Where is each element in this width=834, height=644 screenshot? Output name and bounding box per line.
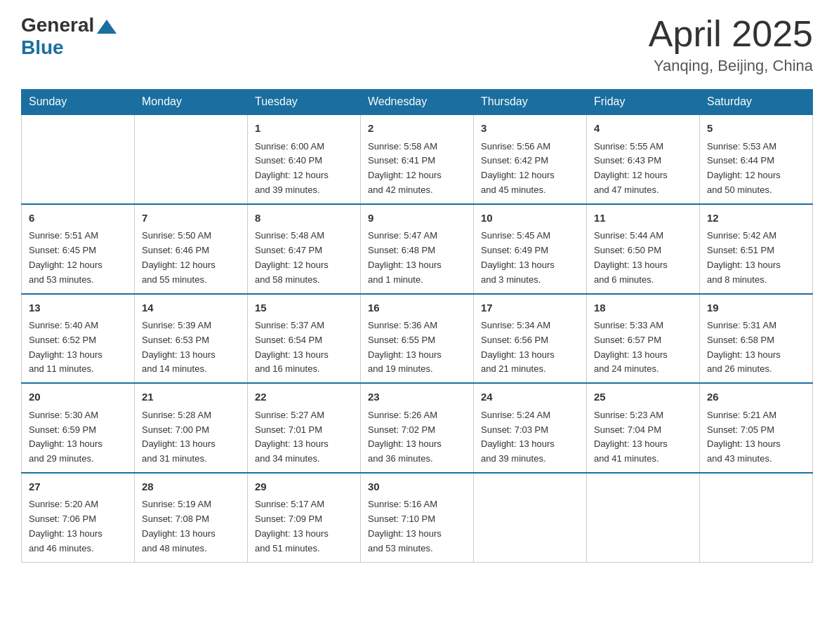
calendar-cell: 20Sunrise: 5:30 AMSunset: 6:59 PMDayligh…: [22, 383, 135, 473]
calendar-cell: [135, 114, 248, 204]
day-info: Sunrise: 6:00 AMSunset: 6:40 PMDaylight:…: [255, 140, 353, 198]
calendar-cell: 15Sunrise: 5:37 AMSunset: 6:54 PMDayligh…: [248, 294, 361, 384]
day-info: Sunrise: 5:34 AMSunset: 6:56 PMDaylight:…: [481, 318, 579, 377]
calendar-cell: 1Sunrise: 6:00 AMSunset: 6:40 PMDaylight…: [248, 114, 361, 204]
calendar-cell: [587, 473, 700, 562]
day-number: 27: [29, 479, 127, 495]
day-number: 7: [142, 210, 240, 227]
calendar-week-row: 6Sunrise: 5:51 AMSunset: 6:45 PMDaylight…: [22, 204, 813, 294]
day-info: Sunrise: 5:31 AMSunset: 6:58 PMDaylight:…: [707, 318, 805, 377]
day-number: 21: [142, 389, 240, 405]
day-info: Sunrise: 5:19 AMSunset: 7:08 PMDaylight:…: [142, 497, 240, 556]
calendar-cell: 2Sunrise: 5:58 AMSunset: 6:41 PMDaylight…: [361, 114, 474, 204]
day-info: Sunrise: 5:45 AMSunset: 6:49 PMDaylight:…: [481, 229, 579, 287]
day-info: Sunrise: 5:39 AMSunset: 6:53 PMDaylight:…: [142, 318, 240, 377]
calendar-cell: 3Sunrise: 5:56 AMSunset: 6:42 PMDaylight…: [474, 114, 587, 204]
logo-general-text: General: [21, 14, 94, 36]
calendar-cell: 19Sunrise: 5:31 AMSunset: 6:58 PMDayligh…: [700, 294, 813, 384]
day-number: 4: [594, 121, 692, 137]
calendar-table: SundayMondayTuesdayWednesdayThursdayFrid…: [21, 89, 813, 562]
day-number: 15: [255, 300, 353, 316]
calendar-cell: [700, 473, 813, 562]
day-number: 23: [368, 389, 466, 405]
day-number: 26: [707, 389, 805, 405]
day-info: Sunrise: 5:23 AMSunset: 7:04 PMDaylight:…: [594, 408, 692, 467]
calendar-week-row: 1Sunrise: 6:00 AMSunset: 6:40 PMDaylight…: [22, 114, 813, 204]
day-number: 2: [368, 121, 466, 137]
day-number: 9: [368, 210, 466, 227]
calendar-cell: 13Sunrise: 5:40 AMSunset: 6:52 PMDayligh…: [22, 294, 135, 384]
day-info: Sunrise: 5:36 AMSunset: 6:55 PMDaylight:…: [368, 318, 466, 377]
logo-blue-part: [94, 17, 117, 34]
calendar-cell: 9Sunrise: 5:47 AMSunset: 6:48 PMDaylight…: [361, 204, 474, 294]
calendar-cell: 16Sunrise: 5:36 AMSunset: 6:55 PMDayligh…: [361, 294, 474, 384]
day-info: Sunrise: 5:50 AMSunset: 6:46 PMDaylight:…: [142, 229, 240, 287]
day-number: 6: [29, 210, 127, 227]
logo: General Blue: [21, 14, 117, 59]
day-info: Sunrise: 5:20 AMSunset: 7:06 PMDaylight:…: [29, 497, 127, 556]
day-number: 16: [368, 300, 466, 316]
header-sunday: Sunday: [22, 90, 135, 115]
day-info: Sunrise: 5:44 AMSunset: 6:50 PMDaylight:…: [594, 229, 692, 287]
day-number: 3: [481, 121, 579, 137]
day-number: 10: [481, 210, 579, 227]
day-info: Sunrise: 5:21 AMSunset: 7:05 PMDaylight:…: [707, 408, 805, 467]
day-info: Sunrise: 5:27 AMSunset: 7:01 PMDaylight:…: [255, 408, 353, 467]
calendar-cell: 29Sunrise: 5:17 AMSunset: 7:09 PMDayligh…: [248, 473, 361, 562]
day-number: 17: [481, 300, 579, 316]
calendar-cell: 25Sunrise: 5:23 AMSunset: 7:04 PMDayligh…: [587, 383, 700, 473]
calendar-cell: 26Sunrise: 5:21 AMSunset: 7:05 PMDayligh…: [700, 383, 813, 473]
calendar-cell: 8Sunrise: 5:48 AMSunset: 6:47 PMDaylight…: [248, 204, 361, 294]
day-info: Sunrise: 5:17 AMSunset: 7:09 PMDaylight:…: [255, 497, 353, 556]
header-monday: Monday: [135, 90, 248, 115]
calendar-cell: 18Sunrise: 5:33 AMSunset: 6:57 PMDayligh…: [587, 294, 700, 384]
day-number: 22: [255, 389, 353, 405]
day-number: 18: [594, 300, 692, 316]
day-number: 5: [707, 121, 805, 137]
day-info: Sunrise: 5:28 AMSunset: 7:00 PMDaylight:…: [142, 408, 240, 467]
header-saturday: Saturday: [700, 90, 813, 115]
logo-blue-text: Blue: [21, 36, 64, 59]
calendar-cell: 6Sunrise: 5:51 AMSunset: 6:45 PMDaylight…: [22, 204, 135, 294]
day-number: 8: [255, 210, 353, 227]
calendar-cell: 12Sunrise: 5:42 AMSunset: 6:51 PMDayligh…: [700, 204, 813, 294]
calendar-week-row: 27Sunrise: 5:20 AMSunset: 7:06 PMDayligh…: [22, 473, 813, 562]
day-info: Sunrise: 5:51 AMSunset: 6:45 PMDaylight:…: [29, 229, 127, 287]
header-tuesday: Tuesday: [248, 90, 361, 115]
day-info: Sunrise: 5:58 AMSunset: 6:41 PMDaylight:…: [368, 140, 466, 198]
day-info: Sunrise: 5:40 AMSunset: 6:52 PMDaylight:…: [29, 318, 127, 377]
day-info: Sunrise: 5:48 AMSunset: 6:47 PMDaylight:…: [255, 229, 353, 287]
day-info: Sunrise: 5:30 AMSunset: 6:59 PMDaylight:…: [29, 408, 127, 467]
day-number: 1: [255, 121, 353, 137]
header-friday: Friday: [587, 90, 700, 115]
day-number: 20: [29, 389, 127, 405]
day-number: 13: [29, 300, 127, 316]
calendar-cell: 24Sunrise: 5:24 AMSunset: 7:03 PMDayligh…: [474, 383, 587, 473]
day-info: Sunrise: 5:55 AMSunset: 6:43 PMDaylight:…: [594, 140, 692, 198]
title-section: April 2025 Yanqing, Beijing, China: [649, 14, 813, 75]
page-header: General Blue April 2025 Yanqing, Beijing…: [21, 14, 813, 75]
calendar-week-row: 13Sunrise: 5:40 AMSunset: 6:52 PMDayligh…: [22, 294, 813, 384]
calendar-header-row: SundayMondayTuesdayWednesdayThursdayFrid…: [22, 90, 813, 115]
calendar-cell: 5Sunrise: 5:53 AMSunset: 6:44 PMDaylight…: [700, 114, 813, 204]
calendar-cell: 14Sunrise: 5:39 AMSunset: 6:53 PMDayligh…: [135, 294, 248, 384]
day-info: Sunrise: 5:24 AMSunset: 7:03 PMDaylight:…: [481, 408, 579, 467]
calendar-cell: 22Sunrise: 5:27 AMSunset: 7:01 PMDayligh…: [248, 383, 361, 473]
day-info: Sunrise: 5:37 AMSunset: 6:54 PMDaylight:…: [255, 318, 353, 377]
header-thursday: Thursday: [474, 90, 587, 115]
calendar-cell: [474, 473, 587, 562]
logo-arrow-icon: [97, 20, 117, 34]
day-number: 12: [707, 210, 805, 227]
month-title: April 2025: [649, 14, 813, 54]
day-number: 11: [594, 210, 692, 227]
day-info: Sunrise: 5:33 AMSunset: 6:57 PMDaylight:…: [594, 318, 692, 377]
header-wednesday: Wednesday: [361, 90, 474, 115]
day-number: 25: [594, 389, 692, 405]
day-number: 28: [142, 479, 240, 495]
location-text: Yanqing, Beijing, China: [649, 57, 813, 75]
calendar-cell: 7Sunrise: 5:50 AMSunset: 6:46 PMDaylight…: [135, 204, 248, 294]
day-info: Sunrise: 5:53 AMSunset: 6:44 PMDaylight:…: [707, 140, 805, 198]
day-info: Sunrise: 5:47 AMSunset: 6:48 PMDaylight:…: [368, 229, 466, 287]
calendar-cell: 11Sunrise: 5:44 AMSunset: 6:50 PMDayligh…: [587, 204, 700, 294]
calendar-cell: 27Sunrise: 5:20 AMSunset: 7:06 PMDayligh…: [22, 473, 135, 562]
